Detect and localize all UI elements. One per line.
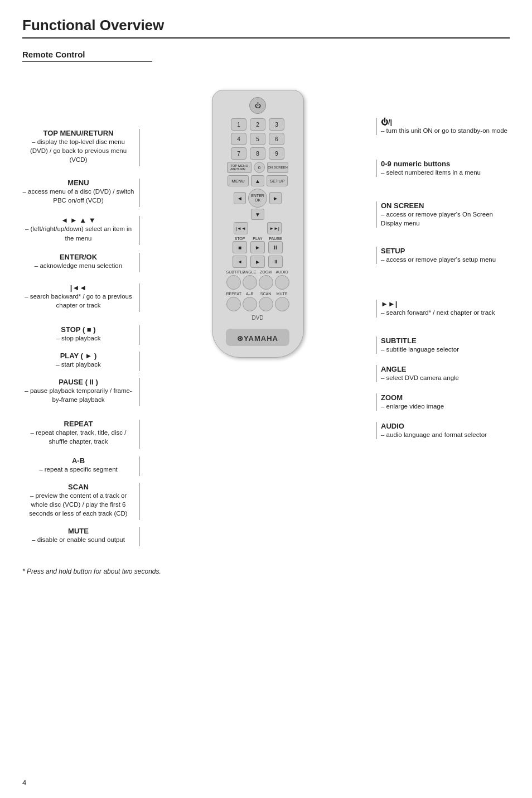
play-label: PLAY bbox=[253, 237, 262, 241]
right-angle: ANGLE – select DVD camera angle bbox=[376, 365, 510, 382]
label-ab: A-B – repeat a specific segment bbox=[22, 456, 139, 476]
left-arrow-button[interactable]: ◄ bbox=[234, 192, 246, 204]
scan-button[interactable] bbox=[259, 297, 273, 311]
mute-button[interactable] bbox=[275, 297, 289, 311]
right-numeric-title: 0-9 numeric buttons bbox=[381, 160, 510, 168]
num-button-3[interactable]: 3 bbox=[269, 118, 284, 131]
skip-back-button[interactable]: |◄◄ bbox=[234, 222, 248, 234]
menu-button[interactable]: MENU bbox=[228, 175, 249, 186]
num-button-1[interactable]: 1 bbox=[231, 118, 246, 131]
label-ab-desc: – repeat a specific segment bbox=[22, 465, 134, 474]
stop-button[interactable]: ■ bbox=[233, 241, 247, 253]
label-top-menu-return: TOP MENU/RETURN – display the top-level … bbox=[22, 129, 139, 166]
enter-ok-button[interactable]: ENTER OK bbox=[248, 189, 267, 208]
right-search-forward-desc: – search forward* / next chapter or trac… bbox=[381, 308, 510, 317]
label-menu-title: MENU bbox=[22, 179, 134, 187]
on-screen-button[interactable]: ON SCREEN bbox=[267, 162, 288, 173]
right-numeric: 0-9 numeric buttons – select numbered it… bbox=[376, 160, 510, 177]
angle-label: ANGLE bbox=[243, 270, 257, 274]
num-button-4[interactable]: 4 bbox=[231, 133, 246, 145]
label-play-title: PLAY ( ► ) bbox=[22, 352, 134, 360]
right-on-screen-desc: – access or remove player's On Screen Di… bbox=[381, 210, 510, 228]
right-zoom-desc: – enlarge video image bbox=[381, 402, 510, 411]
label-scan-title: SCAN bbox=[22, 483, 134, 491]
saza-buttons-row bbox=[226, 275, 289, 290]
right-arrow-button[interactable]: ► bbox=[269, 192, 282, 204]
dvd-text: DVD bbox=[252, 315, 263, 321]
ab-label: A–B bbox=[243, 292, 257, 296]
audio-button[interactable] bbox=[275, 275, 289, 290]
repeat-button[interactable] bbox=[226, 297, 241, 311]
setup-button[interactable]: SETUP bbox=[267, 175, 288, 186]
right-subtitle-desc: – subtitle language selector bbox=[381, 345, 510, 354]
num-button-7[interactable]: 7 bbox=[231, 147, 246, 160]
num-row-1: 1 2 3 bbox=[231, 118, 284, 131]
label-enter-ok-desc: – acknowledge menu selection bbox=[22, 261, 134, 270]
saza-label-row: SUBTITLE ANGLE ZOOM AUDIO bbox=[226, 270, 289, 274]
frame-play-button[interactable]: ▶ bbox=[250, 256, 265, 268]
label-play-desc: – start playback bbox=[22, 360, 134, 369]
frame-pause-button[interactable]: ⏸ bbox=[268, 256, 283, 268]
power-button[interactable]: ⏻ bbox=[249, 97, 266, 114]
label-ab-title: A-B bbox=[22, 456, 134, 465]
num-button-5[interactable]: 5 bbox=[250, 133, 265, 145]
right-subtitle-title: SUBTITLE bbox=[381, 336, 510, 345]
label-nav-arrows-title: ◄ ► ▲ ▼ bbox=[22, 216, 134, 224]
label-pause-title: PAUSE ( II ) bbox=[22, 378, 134, 386]
label-stop-desc: – stop playback bbox=[22, 334, 134, 343]
num-button-2[interactable]: 2 bbox=[250, 118, 265, 131]
right-setup-title: SETUP bbox=[381, 247, 510, 255]
right-angle-desc: – select DVD camera angle bbox=[381, 373, 510, 382]
page-number: 4 bbox=[22, 778, 26, 787]
pause-button[interactable]: ⏸ bbox=[268, 241, 283, 253]
label-repeat: REPEAT – repeat chapter, track, title, d… bbox=[22, 420, 139, 448]
label-scan-desc: – preview the content of a track or whol… bbox=[22, 491, 134, 518]
frame-row: ◄ ▶ ⏸ bbox=[233, 256, 283, 268]
right-on-screen-title: ON SCREEN bbox=[381, 201, 510, 210]
skip-row: |◄◄ ►►| bbox=[234, 222, 282, 234]
angle-button[interactable] bbox=[243, 275, 257, 290]
label-top-menu-return-title: TOP MENU/RETURN bbox=[22, 129, 134, 137]
menu-setup-row: MENU ▲ SETUP bbox=[228, 175, 288, 186]
label-top-menu-return-desc: – display the top-level disc menu (DVD) … bbox=[22, 137, 134, 164]
right-power: ⏻/| – turn this unit ON or go to standby… bbox=[376, 118, 510, 135]
right-labels-column: ⏻/| – turn this unit ON or go to standby… bbox=[370, 84, 510, 447]
num-button-9[interactable]: 9 bbox=[269, 147, 284, 160]
rasm-buttons-row bbox=[226, 297, 289, 311]
right-zoom: ZOOM – enlarge video image bbox=[376, 393, 510, 411]
zoom-button[interactable] bbox=[259, 275, 273, 290]
zoom-label: ZOOM bbox=[259, 270, 273, 274]
stop-play-pause-label-row: STOP ■ PLAY ► PAUSE ⏸ bbox=[233, 237, 283, 253]
remote-control-diagram: ⏻ 1 2 3 4 5 6 7 8 bbox=[194, 84, 322, 358]
label-mute: MUTE – disable or enable sound output bbox=[22, 527, 139, 546]
label-mute-desc: – disable or enable sound output bbox=[22, 535, 134, 544]
label-enter-ok-title: ENTER/OK bbox=[22, 253, 134, 261]
nav-cluster: ◄ ENTER OK ► ▼ bbox=[234, 189, 282, 220]
label-mute-title: MUTE bbox=[22, 527, 134, 535]
label-scan: SCAN – preview the content of a track or… bbox=[22, 483, 139, 520]
num-button-6[interactable]: 6 bbox=[269, 133, 284, 145]
label-enter-ok: ENTER/OK – acknowledge menu selection bbox=[22, 253, 139, 272]
label-pause-desc: – pause playback temporarily / frame-by-… bbox=[22, 386, 134, 404]
subtitle-button[interactable] bbox=[226, 275, 241, 290]
frame-back-button[interactable]: ◄ bbox=[233, 256, 247, 268]
stop-col: STOP ■ bbox=[233, 237, 247, 253]
right-subtitle: SUBTITLE – subtitle language selector bbox=[376, 336, 510, 354]
play-button[interactable]: ► bbox=[250, 241, 265, 253]
num-button-8[interactable]: 8 bbox=[250, 147, 265, 160]
num-row-2: 4 5 6 bbox=[231, 133, 284, 145]
label-menu: MENU – access menu of a disc (DVD) / swi… bbox=[22, 179, 139, 207]
label-search-backward: |◄◄ – search backward* / go to a previou… bbox=[22, 283, 139, 312]
up-arrow-button[interactable]: ▲ bbox=[251, 175, 264, 186]
pause-col: PAUSE ⏸ bbox=[268, 237, 283, 253]
yamaha-logo: ⊛YAMAHA bbox=[237, 334, 278, 343]
ab-button[interactable] bbox=[243, 297, 257, 311]
skip-fwd-button[interactable]: ►►| bbox=[267, 222, 282, 234]
num-button-0[interactable]: 0 bbox=[254, 162, 265, 173]
label-stop-title: STOP ( ■ ) bbox=[22, 325, 134, 334]
down-arrow-button[interactable]: ▼ bbox=[251, 209, 264, 220]
play-col: PLAY ► bbox=[250, 237, 265, 253]
power-icon: ⏻ bbox=[255, 102, 261, 109]
label-repeat-desc: – repeat chapter, track, title, disc / s… bbox=[22, 428, 134, 446]
top-menu-button[interactable]: TOP MENU/RETURN bbox=[227, 162, 252, 173]
